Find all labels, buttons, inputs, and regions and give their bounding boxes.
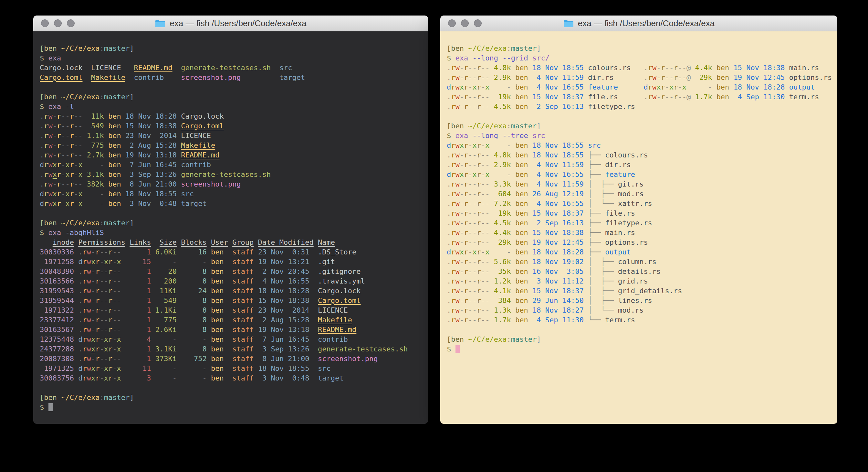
- terminal-line: .rw-r--r-- 1.2k ben 3 Nov 11:12 │ ├── gr…: [447, 276, 837, 286]
- text-segment: [151, 277, 155, 285]
- text-segment: [177, 335, 181, 343]
- permission-char: r: [82, 277, 87, 285]
- permission-char: w: [456, 287, 460, 295]
- text-segment: [83, 131, 87, 140]
- text-segment: 18 Nov 18:28: [532, 248, 584, 256]
- permission-char: r: [464, 64, 468, 72]
- text-segment: [528, 170, 532, 178]
- text-segment: [177, 190, 181, 198]
- permission-char: r: [477, 200, 481, 208]
- permission-char: .: [447, 209, 451, 217]
- terminal-line: 30163567 .rw-r--r-- 1 2.6Ki 8 ben staff …: [40, 325, 428, 334]
- text-segment: ├──: [588, 161, 605, 169]
- text-segment: README.md: [134, 64, 172, 72]
- text-segment: $: [40, 403, 49, 411]
- text-segment: [121, 306, 130, 314]
- text-segment: ben: [211, 258, 224, 266]
- close-button[interactable]: [41, 20, 49, 27]
- permission-char: w: [87, 335, 91, 343]
- permission-char: -: [473, 73, 477, 82]
- permission-char: r: [464, 316, 468, 324]
- permission-char: w: [49, 161, 53, 169]
- text-segment: [241, 73, 279, 82]
- text-segment: 7 Jun 16:45: [125, 161, 177, 169]
- text-segment: [528, 190, 532, 198]
- permission-char: -: [485, 316, 489, 324]
- permission-char: -: [66, 180, 70, 188]
- permission-char: x: [66, 161, 70, 169]
- text-segment: [82, 64, 91, 72]
- text-segment: [584, 219, 588, 227]
- permission-char: r: [57, 161, 61, 169]
- window-title: exa — fish /Users/ben/Code/exa/exa: [578, 19, 715, 28]
- text-segment: [511, 287, 515, 295]
- text-segment: [104, 170, 108, 178]
- title-bar[interactable]: exa — fish /Users/ben/Code/exa/exa: [440, 16, 837, 31]
- minimize-button[interactable]: [54, 20, 62, 27]
- permission-char: -: [481, 306, 485, 314]
- text-segment: 4 Sep 11:30: [734, 93, 785, 101]
- permission-char: r: [95, 364, 99, 373]
- text-segment: [74, 374, 78, 382]
- terminal-line: .rw-r--r-- 2.9k ben 4 Nov 11:59 dir.rs .…: [447, 73, 837, 83]
- text-segment: 3 Sep 13:26: [258, 345, 309, 353]
- terminal-line: [40, 208, 428, 218]
- text-segment: 775: [87, 141, 104, 149]
- text-segment: screenshot.png: [318, 355, 378, 363]
- text-segment: ben: [211, 296, 224, 304]
- minimize-button[interactable]: [461, 20, 469, 27]
- text-segment: ben: [515, 296, 528, 304]
- terminal-output-light[interactable]: [ben ~/C/e/exa:master]$ exa --long --gri…: [440, 31, 837, 424]
- text-segment: ben: [515, 161, 528, 169]
- text-segment: 29k: [695, 73, 712, 82]
- permission-char: w: [87, 326, 91, 334]
- permission-char: w: [49, 122, 53, 130]
- permission-char: x: [91, 364, 95, 373]
- text-segment: staff: [232, 258, 254, 266]
- text-segment: :: [506, 44, 511, 52]
- text-segment: [121, 161, 125, 169]
- terminal-line: 31959544 .rw-r--r-- 1 549 8 ben staff 15…: [40, 296, 428, 305]
- text-segment: [511, 190, 515, 198]
- zoom-button[interactable]: [474, 20, 482, 27]
- permission-char: w: [456, 277, 460, 285]
- zoom-button[interactable]: [67, 20, 74, 27]
- text-segment: file.rs: [605, 209, 635, 217]
- permission-char: d: [40, 161, 44, 169]
- text-segment: [151, 355, 155, 363]
- close-button[interactable]: [448, 20, 456, 27]
- text-segment: ben: [515, 64, 528, 72]
- text-segment: [254, 238, 258, 246]
- text-segment: 1: [129, 248, 151, 256]
- text-segment: 3.1k: [87, 170, 104, 178]
- permission-char: r: [674, 64, 678, 72]
- text-segment: [584, 209, 588, 217]
- permission-char: -: [91, 355, 95, 363]
- permission-char: r: [648, 93, 652, 101]
- text-segment: 2 Sep 16:13: [532, 102, 584, 111]
- text-segment: 29k: [494, 238, 511, 246]
- text-segment: 23 Nov 2014: [125, 131, 177, 140]
- terminal-output-dark[interactable]: [ben ~/C/e/exa:master]$ exaCargo.lock LI…: [33, 31, 428, 424]
- text-segment: staff: [232, 306, 254, 314]
- permission-char: -: [468, 267, 472, 275]
- text-segment: [712, 83, 716, 91]
- permission-char: -: [481, 151, 485, 159]
- text-segment: exa: [456, 54, 468, 62]
- text-segment: dir.rs: [605, 161, 630, 169]
- text-segment: [83, 180, 87, 188]
- text-segment: 2 Aug 15:28: [258, 316, 309, 324]
- text-segment: 1: [129, 296, 151, 304]
- permission-char: -: [99, 287, 104, 295]
- text-segment: 1: [129, 345, 151, 353]
- title-bar[interactable]: exa — fish /Users/ben/Code/exa/exa: [33, 16, 428, 31]
- permission-char: r: [70, 161, 74, 169]
- text-segment: 15 Nov 18:37: [532, 209, 584, 217]
- text-segment: staff: [232, 248, 254, 256]
- text-segment: [83, 161, 87, 169]
- permission-char: r: [464, 287, 468, 295]
- text-segment: :: [99, 393, 104, 402]
- permission-char: w: [49, 131, 53, 140]
- text-segment: staff: [232, 316, 254, 324]
- permission-char: w: [87, 355, 91, 363]
